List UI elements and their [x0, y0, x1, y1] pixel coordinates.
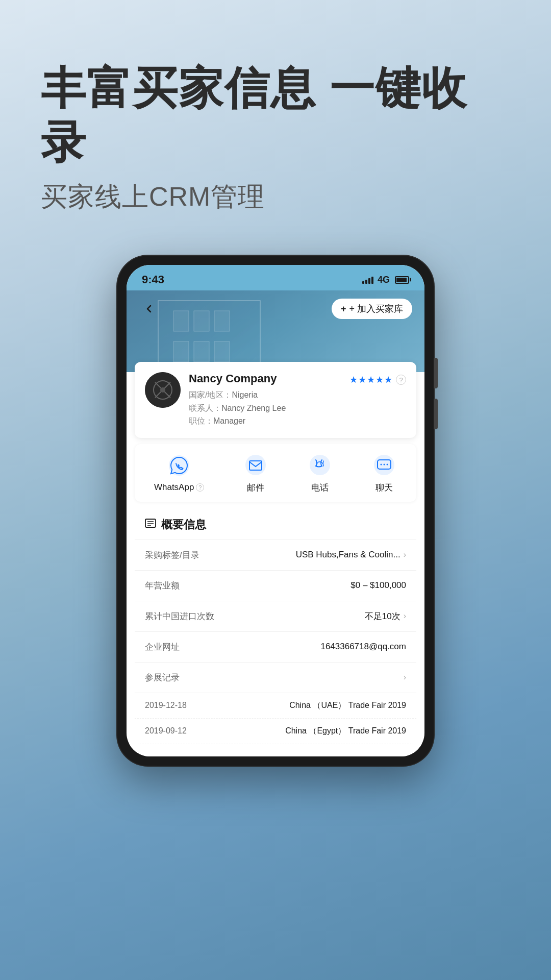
email-icon-wrap	[243, 452, 268, 478]
trade-fair-row-2: 2019-09-12 China （Egypt） Trade Fair 2019	[135, 719, 416, 744]
phone-call-icon	[309, 454, 331, 476]
company-country: 国家/地区：Nigeria	[189, 388, 341, 402]
email-label: 邮件	[247, 482, 264, 494]
signal-bars-icon	[362, 276, 373, 284]
signal-bar-1	[362, 281, 364, 284]
info-row-exhibitions[interactable]: 参展记录 ›	[135, 663, 416, 693]
trade-event-2: China （Egypt） Trade Fair 2019	[285, 726, 406, 737]
email-action[interactable]: 邮件	[243, 452, 268, 494]
whatsapp-icon	[168, 454, 190, 477]
info-label-exhibitions: 参展记录	[145, 672, 180, 683]
info-value-imports: 不足10次 ›	[365, 610, 406, 622]
battery-icon	[395, 276, 409, 284]
action-row: WhatsApp ?	[135, 444, 416, 502]
section-header: 概要信息	[135, 508, 416, 540]
phone-icon-wrap	[307, 452, 333, 478]
list-icon	[145, 518, 156, 529]
chat-action[interactable]: 聊天	[371, 452, 397, 494]
status-time: 9:43	[142, 273, 164, 286]
svg-rect-5	[194, 341, 209, 362]
whatsapp-action[interactable]: WhatsApp ?	[154, 453, 204, 493]
svg-point-13	[245, 455, 266, 475]
info-row-imports[interactable]: 累计中国进口次数 不足10次 ›	[135, 601, 416, 632]
svg-point-18	[381, 463, 382, 465]
bottom-spacer	[127, 744, 424, 756]
overview-section: 概要信息 采购标签/目录 USB Hubs,Fans & Coolin... ›…	[135, 508, 416, 744]
chevron-icon-imports: ›	[404, 611, 406, 621]
add-icon: +	[341, 304, 346, 314]
info-row-revenue: 年营业额 $0 – $100,000	[135, 571, 416, 601]
signal-bar-3	[368, 278, 370, 284]
signal-bar-2	[365, 280, 367, 284]
company-info: Nancy Company 国家/地区：Nigeria 联系人：Nancy Zh…	[189, 372, 341, 428]
svg-point-11	[160, 387, 165, 393]
info-value-website: 1643366718@qq.com	[320, 642, 406, 652]
signal-bar-4	[371, 277, 373, 284]
email-icon	[244, 454, 267, 476]
chat-label: 聊天	[375, 482, 393, 494]
hero-area: + + 加入买家库	[127, 290, 424, 372]
trade-event-1: China （UAE） Trade Fair 2019	[289, 700, 406, 711]
header-section: 丰富买家信息 一键收录 买家线上CRM管理	[0, 61, 551, 215]
chat-icon	[373, 454, 395, 476]
phone-screen: 9:43 4G	[127, 265, 424, 756]
info-label-tags: 采购标签/目录	[145, 549, 199, 561]
whatsapp-icon-wrap	[166, 453, 192, 478]
trade-date-1: 2019-12-18	[145, 701, 187, 710]
info-label-revenue: 年营业额	[145, 580, 180, 592]
battery-fill	[396, 278, 407, 282]
svg-point-20	[387, 463, 388, 465]
rating-area: ★★★★★ ?	[349, 374, 406, 385]
whatsapp-label: WhatsApp ?	[154, 482, 204, 493]
add-buyer-button[interactable]: + + 加入买家库	[332, 299, 412, 319]
avatar	[145, 372, 181, 408]
whatsapp-help-icon[interactable]: ?	[196, 483, 204, 492]
rating-help-icon[interactable]: ?	[396, 375, 406, 385]
svg-rect-6	[214, 341, 230, 362]
overview-title: 概要信息	[161, 517, 206, 532]
side-button-volume-up	[434, 358, 438, 388]
company-name: Nancy Company	[189, 372, 341, 385]
content-wrapper: 丰富买家信息 一键收录 买家线上CRM管理 9:43	[0, 0, 551, 766]
info-value-revenue: $0 – $100,000	[350, 580, 406, 591]
phone-frame: 9:43 4G	[117, 256, 434, 766]
chat-icon-wrap	[371, 452, 397, 478]
svg-point-19	[384, 463, 385, 465]
main-title: 丰富买家信息 一键收录	[41, 61, 510, 169]
company-title: 职位：Manager	[189, 414, 341, 428]
svg-rect-4	[173, 341, 189, 362]
add-buyer-label: + 加入买家库	[349, 303, 403, 315]
info-value-exhibitions: ›	[404, 673, 406, 682]
back-button[interactable]	[139, 299, 159, 319]
phone-action[interactable]: 电话	[307, 452, 333, 494]
chevron-icon: ›	[404, 550, 406, 559]
chevron-icon-exhibitions: ›	[404, 673, 406, 682]
overview-icon	[145, 518, 156, 532]
trade-fair-row-1: 2019-12-18 China （UAE） Trade Fair 2019	[135, 693, 416, 719]
nav-bar: + + 加入买家库	[127, 290, 424, 327]
company-contact: 联系人：Nancy Zheng Lee	[189, 402, 341, 415]
phone-label: 电话	[311, 482, 329, 494]
info-value-tags: USB Hubs,Fans & Coolin... ›	[296, 550, 406, 560]
svg-point-15	[310, 455, 330, 475]
company-card: Nancy Company 国家/地区：Nigeria 联系人：Nancy Zh…	[135, 362, 416, 438]
back-icon	[143, 303, 155, 315]
trade-date-2: 2019-09-12	[145, 726, 187, 736]
status-icons: 4G	[362, 275, 409, 285]
phone-mockup: 9:43 4G	[117, 256, 434, 766]
info-label-website: 企业网址	[145, 641, 180, 653]
avatar-image	[145, 372, 181, 408]
side-button-volume-down	[434, 399, 438, 429]
network-type: 4G	[378, 275, 390, 285]
sub-title: 买家线上CRM管理	[41, 179, 510, 215]
info-row-tags[interactable]: 采购标签/目录 USB Hubs,Fans & Coolin... ›	[135, 540, 416, 571]
status-bar: 9:43 4G	[127, 265, 424, 290]
star-rating: ★★★★★	[349, 374, 393, 385]
info-row-website: 企业网址 1643366718@qq.com	[135, 632, 416, 663]
info-label-imports: 累计中国进口次数	[145, 610, 214, 622]
